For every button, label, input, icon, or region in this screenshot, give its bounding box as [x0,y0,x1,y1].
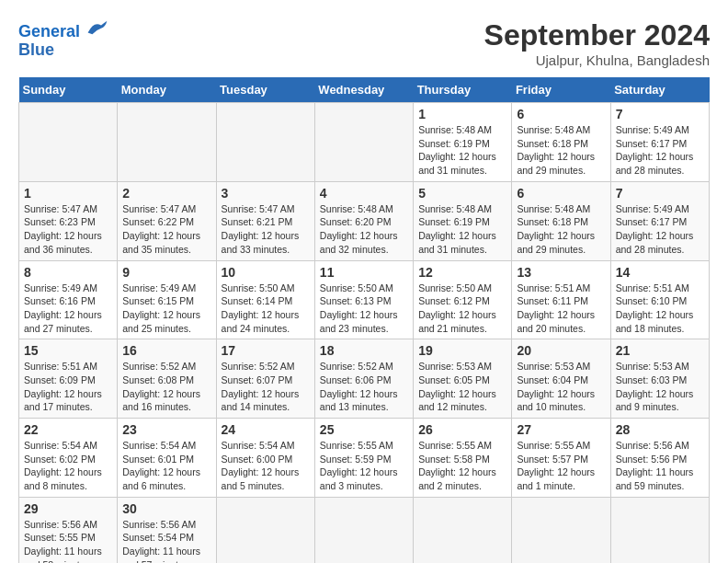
day-number: 28 [616,422,704,437]
day-number: 17 [222,343,310,358]
calendar-cell: 6Sunrise: 5:48 AMSunset: 6:18 PMDaylight… [512,181,610,260]
title-block: September 2024 Ujalpur, Khulna, Banglade… [484,18,710,68]
col-header-tuesday: Tuesday [216,77,314,103]
calendar-cell: 8Sunrise: 5:49 AMSunset: 6:16 PMDaylight… [19,260,118,339]
day-number: 27 [517,422,605,437]
day-number: 5 [418,186,506,201]
day-info: Sunrise: 5:48 AMSunset: 6:19 PMDaylight:… [418,123,506,178]
day-number: 13 [517,265,605,280]
day-info: Sunrise: 5:50 AMSunset: 6:13 PMDaylight:… [320,282,408,336]
main-title: September 2024 [484,18,710,52]
day-number: 15 [24,343,112,358]
day-number: 23 [122,422,210,437]
day-info: Sunrise: 5:50 AMSunset: 6:12 PMDaylight:… [418,282,506,336]
day-number: 4 [320,186,408,201]
day-number: 3 [222,186,310,201]
calendar-cell: 7Sunrise: 5:49 AMSunset: 6:17 PMDaylight… [610,103,709,182]
calendar-cell: 2Sunrise: 5:47 AMSunset: 6:22 PMDaylight… [118,181,216,260]
calendar-cell [512,497,610,563]
day-info: Sunrise: 5:53 AMSunset: 6:05 PMDaylight:… [418,360,506,414]
calendar-cell: 23Sunrise: 5:54 AMSunset: 6:01 PMDayligh… [118,419,216,498]
calendar-cell [314,497,413,563]
calendar-table: SundayMondayTuesdayWednesdayThursdayFrid… [18,77,710,563]
calendar-cell [216,497,314,563]
day-number: 6 [517,107,605,121]
calendar-cell [216,103,314,182]
calendar-header-row: SundayMondayTuesdayWednesdayThursdayFrid… [19,77,710,103]
col-header-wednesday: Wednesday [314,77,413,103]
calendar-cell: 29Sunrise: 5:56 AMSunset: 5:55 PMDayligh… [19,497,118,563]
calendar-cell: 16Sunrise: 5:52 AMSunset: 6:08 PMDayligh… [118,339,216,419]
calendar-cell: 4Sunrise: 5:48 AMSunset: 6:20 PMDaylight… [314,181,413,260]
calendar-cell: 14Sunrise: 5:51 AMSunset: 6:10 PMDayligh… [610,260,709,339]
calendar-cell: 9Sunrise: 5:49 AMSunset: 6:15 PMDaylight… [118,260,216,339]
day-number: 14 [616,265,704,280]
calendar-cell: 5Sunrise: 5:48 AMSunset: 6:19 PMDaylight… [414,181,512,260]
day-info: Sunrise: 5:47 AMSunset: 6:21 PMDaylight:… [222,202,310,257]
day-number: 8 [24,265,112,280]
day-number: 26 [418,422,506,437]
logo: General Blue [18,18,108,60]
calendar-cell: 11Sunrise: 5:50 AMSunset: 6:13 PMDayligh… [314,260,413,339]
calendar-cell: 1Sunrise: 5:48 AMSunset: 6:19 PMDaylight… [414,103,512,182]
calendar-cell: 30Sunrise: 5:56 AMSunset: 5:54 PMDayligh… [118,497,216,563]
day-number: 24 [222,422,310,437]
calendar-cell: 13Sunrise: 5:51 AMSunset: 6:11 PMDayligh… [512,260,610,339]
day-info: Sunrise: 5:53 AMSunset: 6:03 PMDaylight:… [616,360,704,414]
day-number: 6 [517,186,605,201]
calendar-cell [19,103,118,182]
calendar-week-row: 1Sunrise: 5:48 AMSunset: 6:19 PMDaylight… [19,103,710,182]
col-header-friday: Friday [512,77,610,103]
day-number: 2 [122,186,210,201]
calendar-cell [610,497,709,563]
day-info: Sunrise: 5:55 AMSunset: 5:59 PMDaylight:… [320,439,408,493]
day-info: Sunrise: 5:48 AMSunset: 6:18 PMDaylight:… [517,202,605,257]
day-info: Sunrise: 5:54 AMSunset: 6:02 PMDaylight:… [24,439,112,493]
day-number: 25 [320,422,408,437]
calendar-cell: 19Sunrise: 5:53 AMSunset: 6:05 PMDayligh… [414,339,512,419]
calendar-cell: 17Sunrise: 5:52 AMSunset: 6:07 PMDayligh… [216,339,314,419]
day-info: Sunrise: 5:54 AMSunset: 6:01 PMDaylight:… [122,439,210,493]
calendar-week-row: 8Sunrise: 5:49 AMSunset: 6:16 PMDaylight… [19,260,710,339]
day-info: Sunrise: 5:51 AMSunset: 6:11 PMDaylight:… [517,282,605,336]
calendar-cell: 10Sunrise: 5:50 AMSunset: 6:14 PMDayligh… [216,260,314,339]
day-info: Sunrise: 5:50 AMSunset: 6:14 PMDaylight:… [222,282,310,336]
day-info: Sunrise: 5:47 AMSunset: 6:23 PMDaylight:… [24,202,112,257]
day-info: Sunrise: 5:54 AMSunset: 6:00 PMDaylight:… [222,439,310,493]
day-info: Sunrise: 5:48 AMSunset: 6:19 PMDaylight:… [418,202,506,257]
day-info: Sunrise: 5:49 AMSunset: 6:15 PMDaylight:… [122,282,210,336]
day-number: 16 [122,343,210,358]
calendar-cell: 27Sunrise: 5:55 AMSunset: 5:57 PMDayligh… [512,419,610,498]
day-number: 29 [24,501,112,516]
day-info: Sunrise: 5:55 AMSunset: 5:58 PMDaylight:… [418,439,506,493]
day-info: Sunrise: 5:53 AMSunset: 6:04 PMDaylight:… [517,360,605,414]
day-number: 10 [222,265,310,280]
day-info: Sunrise: 5:47 AMSunset: 6:22 PMDaylight:… [122,202,210,257]
calendar-week-row: 29Sunrise: 5:56 AMSunset: 5:55 PMDayligh… [19,497,710,563]
day-number: 11 [320,265,408,280]
day-info: Sunrise: 5:49 AMSunset: 6:17 PMDaylight:… [616,123,704,178]
day-info: Sunrise: 5:52 AMSunset: 6:08 PMDaylight:… [122,360,210,414]
logo-general: General [18,22,80,40]
day-number: 9 [122,265,210,280]
col-header-thursday: Thursday [414,77,512,103]
calendar-cell: 20Sunrise: 5:53 AMSunset: 6:04 PMDayligh… [512,339,610,419]
calendar-cell: 3Sunrise: 5:47 AMSunset: 6:21 PMDaylight… [216,181,314,260]
day-info: Sunrise: 5:55 AMSunset: 5:57 PMDaylight:… [517,439,605,493]
calendar-cell: 15Sunrise: 5:51 AMSunset: 6:09 PMDayligh… [19,339,118,419]
calendar-cell: 28Sunrise: 5:56 AMSunset: 5:56 PMDayligh… [610,419,709,498]
day-number: 22 [24,422,112,437]
calendar-cell: 18Sunrise: 5:52 AMSunset: 6:06 PMDayligh… [314,339,413,419]
day-number: 20 [517,343,605,358]
calendar-cell [314,103,413,182]
calendar-cell: 25Sunrise: 5:55 AMSunset: 5:59 PMDayligh… [314,419,413,498]
calendar-cell: 7Sunrise: 5:49 AMSunset: 6:17 PMDaylight… [610,181,709,260]
logo-blue: Blue [18,41,108,60]
day-number: 18 [320,343,408,358]
calendar-week-row: 22Sunrise: 5:54 AMSunset: 6:02 PMDayligh… [19,419,710,498]
day-info: Sunrise: 5:51 AMSunset: 6:10 PMDaylight:… [616,282,704,336]
day-info: Sunrise: 5:56 AMSunset: 5:55 PMDaylight:… [24,518,112,563]
calendar-cell: 22Sunrise: 5:54 AMSunset: 6:02 PMDayligh… [19,419,118,498]
calendar-cell [118,103,216,182]
day-info: Sunrise: 5:48 AMSunset: 6:18 PMDaylight:… [517,123,605,178]
